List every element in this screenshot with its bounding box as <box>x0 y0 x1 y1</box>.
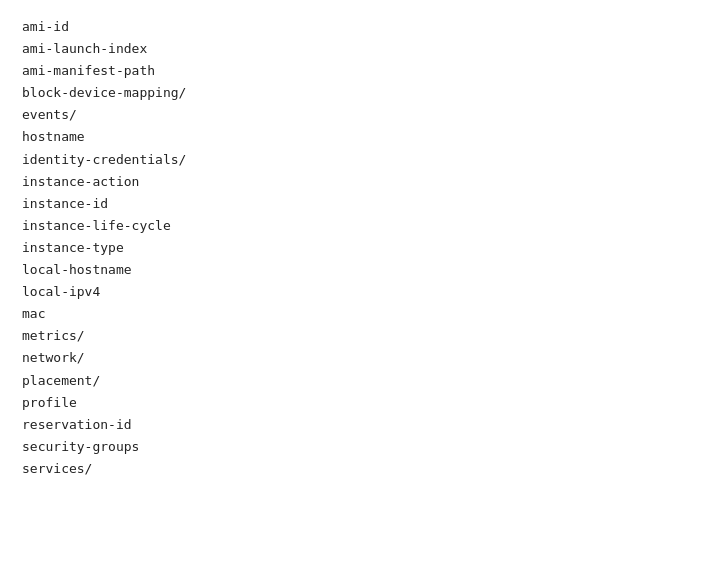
list-item: services/ <box>22 458 690 480</box>
list-item: metrics/ <box>22 325 690 347</box>
list-item: ami-launch-index <box>22 38 690 60</box>
list-item: mac <box>22 303 690 325</box>
list-item: instance-life-cycle <box>22 215 690 237</box>
list-item: events/ <box>22 104 690 126</box>
list-item: reservation-id <box>22 414 690 436</box>
list-item: instance-action <box>22 171 690 193</box>
list-item: identity-credentials/ <box>22 149 690 171</box>
list-item: profile <box>22 392 690 414</box>
list-item: placement/ <box>22 370 690 392</box>
list-item: instance-type <box>22 237 690 259</box>
list-item: instance-id <box>22 193 690 215</box>
list-item: security-groups <box>22 436 690 458</box>
list-item: local-ipv4 <box>22 281 690 303</box>
list-item: hostname <box>22 126 690 148</box>
list-item: local-hostname <box>22 259 690 281</box>
metadata-list: ami-idami-launch-indexami-manifest-pathb… <box>0 0 712 496</box>
list-item: ami-id <box>22 16 690 38</box>
list-item: ami-manifest-path <box>22 60 690 82</box>
list-item: network/ <box>22 347 690 369</box>
list-item: block-device-mapping/ <box>22 82 690 104</box>
